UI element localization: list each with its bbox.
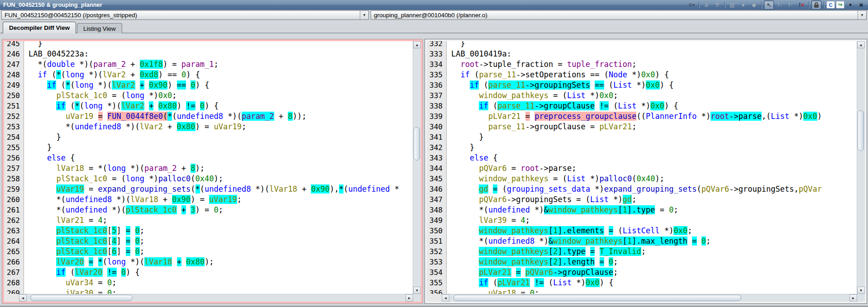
code-line[interactable]: window_pathkeys[2].length = 0; (451, 257, 857, 267)
code-line[interactable]: else { (29, 153, 413, 163)
line-number: 351 (427, 236, 446, 246)
code-line[interactable]: gd = (grouping_sets_data *)expand_groupi… (451, 184, 857, 194)
tab-decompiler-diff-view[interactable]: Decompiler Diff View (3, 22, 76, 33)
left-function-selector[interactable]: FUN_00452150@00452150 (/postgres_strippe… (1, 10, 369, 20)
line-number: 337 (427, 90, 446, 101)
toolbar-separator (824, 1, 824, 9)
code-line[interactable]: } (451, 41, 857, 49)
horizontal-scrollbar[interactable] (19, 294, 413, 302)
code-line[interactable]: lVar39 = 4; (451, 215, 857, 226)
chevron-down-icon[interactable]: ▼ (858, 11, 866, 19)
code-line[interactable]: if (*(long *)(lVar2 + 0x80) != 0) { (29, 101, 413, 111)
code-line[interactable]: parse_11->groupClause = pLVar21; (451, 122, 857, 132)
code-line[interactable]: } (451, 142, 857, 153)
chevron-down-icon[interactable]: ▼ (360, 11, 368, 19)
title-toolbar: ≡▾⇊⇈▤●◆↖f↓f↑f×C↪▼× (687, 0, 868, 9)
line-number: 347 (427, 194, 446, 205)
code-line[interactable]: LAB_0045223a: (29, 49, 413, 59)
code-view-right[interactable]: }LAB_0010419a: root->tuple_fraction = tu… (447, 41, 857, 294)
horizontal-scrollbar[interactable] (442, 294, 857, 302)
scroll-right-icon[interactable] (849, 294, 857, 302)
remove-function-icon[interactable]: f× (796, 0, 806, 9)
code-line[interactable]: *(undefined *)&window_pathkeys[1].type =… (451, 205, 857, 215)
code-line[interactable]: uVar34 = 0; (29, 278, 413, 288)
right-function-selector[interactable]: grouping_planner@001040b0 (/planner.o) ▼ (371, 10, 867, 20)
snapshot-menu-icon[interactable]: ≡▾ (687, 0, 696, 9)
lock-icon[interactable] (811, 0, 821, 9)
code-line[interactable]: } (451, 132, 857, 142)
code-line[interactable]: } (29, 41, 413, 49)
line-number: 343 (427, 153, 446, 163)
line-number: 352 (427, 246, 446, 257)
code-line[interactable]: lVar20 = *(long *)(lVar18 + 0x80); (29, 257, 413, 267)
toolbar-separator (725, 1, 725, 9)
line-number: 348 (427, 205, 446, 215)
vertical-scrollbar[interactable] (857, 41, 865, 294)
code-line[interactable]: *(undefined8 *)(lVar2 + 0x80) = uVar19; (29, 122, 413, 132)
code-line[interactable]: } (29, 142, 413, 153)
scrollbar-thumb[interactable] (858, 110, 864, 151)
code-line[interactable]: if (lVar20 != 0) { (29, 267, 413, 278)
code-line[interactable]: window_pathkeys[1].elements = (ListCell … (451, 226, 857, 236)
scroll-down-icon[interactable] (413, 287, 421, 294)
code-line[interactable]: *(double *)(param_2 + 0x1f8) = param_1; (29, 59, 413, 70)
code-line[interactable]: *(undefined *)(plStack_1c0 + 3) = 0; (29, 205, 413, 215)
code-line[interactable]: *(undefined8 *)(lVar18 + 0x90) = uVar19; (29, 194, 413, 205)
line-number: 264 (4, 236, 24, 246)
code-line[interactable]: window_pathkeys = (List *)0x0; (451, 90, 857, 101)
line-number: 346 (427, 184, 446, 194)
code-line[interactable]: window_pathkeys[2].type = T_Invalid; (451, 246, 857, 257)
code-line[interactable]: if (parse_11->setOperations == (Node *)0… (451, 70, 857, 80)
left-function-selector-value: FUN_00452150@00452150 (/postgres_strippe… (2, 12, 360, 19)
code-line[interactable]: lVar21 = 4; (29, 215, 413, 226)
scroll-down-icon[interactable] (857, 287, 865, 294)
export-icon[interactable]: ↪ (836, 1, 844, 9)
line-number: 260 (4, 194, 24, 205)
code-line[interactable]: *(undefined8 *)&window_pathkeys[1].max_l… (451, 236, 857, 246)
code-line[interactable]: plStack_1c0 = (long *)0x0; (29, 90, 413, 101)
line-number: 334 (427, 59, 446, 70)
vertical-scrollbar[interactable] (413, 41, 421, 294)
scroll-left-icon[interactable] (19, 294, 27, 302)
code-line[interactable]: pLVar21 = pQVar6->groupClause; (451, 267, 857, 278)
code-line[interactable]: pQVar6 = root->parse; (451, 163, 857, 174)
code-line[interactable]: LAB_0010419a: (451, 49, 857, 59)
code-line[interactable]: root->tuple_fraction = tuple_fraction; (451, 59, 857, 70)
scrollbar-thumb[interactable] (414, 127, 420, 161)
code-line[interactable]: iVar30 = 0; (29, 288, 413, 294)
scroll-up-icon[interactable] (413, 41, 421, 48)
c-source-icon[interactable]: C (826, 1, 835, 9)
decompiler-panel-left[interactable]: 2452462472482492502512522532542552562572… (2, 39, 423, 304)
close-icon[interactable]: × (856, 0, 866, 9)
code-line[interactable]: uVar19 = expand_grouping_sets(*(undefine… (29, 184, 413, 194)
code-line[interactable]: window_pathkeys = (List *)palloc0(0x40); (451, 174, 857, 184)
code-line[interactable]: else { (451, 153, 857, 163)
tab-listing-view[interactable]: Listing View (77, 23, 122, 33)
apply-diff-up-icon: ⇈ (712, 0, 722, 9)
scrollbar-thumb[interactable] (30, 295, 133, 301)
code-line[interactable]: lVar18 = *(long *)(param_2 + 8); (29, 163, 413, 174)
code-line[interactable]: if (pLVar21 != (List *)0x0) { (451, 278, 857, 288)
code-line[interactable]: if (*(long *)(lVar2 + 0xd8) == 0) { (29, 70, 413, 80)
code-line[interactable]: pLVar21 = preprocess_groupclause((Planne… (451, 111, 857, 122)
code-view-left[interactable]: }LAB_0045223a: *(double *)(param_2 + 0x1… (24, 41, 413, 294)
code-line[interactable]: pQVar6->groupingSets = (List *)gd; (451, 194, 857, 205)
scroll-left-icon[interactable] (442, 294, 449, 302)
code-line[interactable]: } (29, 132, 413, 142)
line-number-gutter: 2452462472482492502512522532542552562572… (4, 41, 24, 294)
code-line[interactable]: plStack_1c0 = (long *)palloc0(0x40); (29, 174, 413, 184)
code-line[interactable]: if (parse_11->groupingSets == (List *)0x… (451, 80, 857, 90)
code-line[interactable]: plStack_1c0[6] = 0; (29, 246, 413, 257)
code-line[interactable]: uVar19 = FUN_0044f8e0(*(undefined8 *)(pa… (29, 111, 413, 122)
cursor-tool-icon[interactable]: ↖ (764, 0, 774, 9)
code-line[interactable]: plStack_1c0[5] = 0; (29, 226, 413, 236)
code-line[interactable]: uVar18 = 0; (451, 288, 857, 294)
code-line[interactable]: if (parse_11->groupClause != (List *)0x0… (451, 101, 857, 111)
code-line[interactable]: if (*(long *)(lVar2 + 0x90) == 0) { (29, 80, 413, 90)
decompiler-panel-right[interactable]: 3323333343353363373383393403413423433443… (424, 39, 867, 304)
code-line[interactable]: plStack_1c0[4] = 0; (29, 236, 413, 246)
scroll-up-icon[interactable] (857, 41, 865, 48)
scrollbar-thumb[interactable] (453, 295, 741, 301)
scroll-right-icon[interactable] (405, 294, 413, 302)
panel-menu-arrow-icon[interactable]: ▼ (845, 0, 855, 9)
